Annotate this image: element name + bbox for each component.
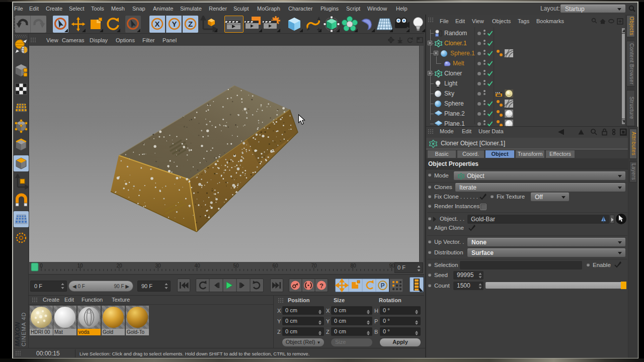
svg-text:X: X bbox=[154, 20, 159, 28]
svg-text:Y: Y bbox=[172, 20, 177, 28]
svg-text:P: P bbox=[380, 282, 384, 289]
svg-text:80: 80 bbox=[350, 263, 356, 268]
svg-text:Z: Z bbox=[188, 20, 193, 28]
svg-text:60: 60 bbox=[272, 263, 278, 268]
svg-text:?: ? bbox=[319, 282, 324, 290]
svg-text:40: 40 bbox=[194, 263, 200, 268]
